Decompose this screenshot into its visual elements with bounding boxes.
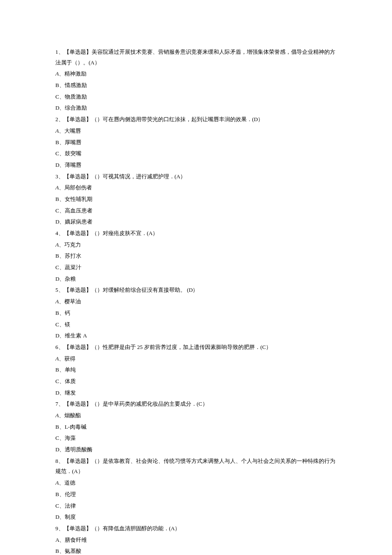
option-text: 苏打水 [65,253,81,259]
question-option: A、樱草油 [55,296,337,307]
question-option: C、高血压患者 [55,206,337,216]
question-option: A、大嘴唇 [55,126,337,137]
question-option: A、道德 [55,478,337,488]
option-label: D [55,218,59,225]
option-label: A [55,241,59,248]
question-stem: 1、【单选题】美容院通过开展技术竞赛、营销服务意识竞赛来缓和人际矛盾，增强集体荣… [55,47,337,68]
option-label: A [55,412,59,418]
option-text: 杂粮 [65,276,76,282]
option-text: 鼓突嘴 [65,150,81,157]
question-stem: 5、【单选题】（）对缓解经前综合征没有直接帮助。 (D） [55,285,337,296]
option-separator: 、 [59,105,65,111]
option-text: 制度 [65,514,76,520]
option-label: A [55,298,59,305]
option-label: B [55,366,59,373]
question-option: B、女性哺乳期 [55,194,337,205]
option-text: 女性哺乳期 [65,196,92,202]
option-label: B [55,548,59,554]
option-text: 钙 [65,310,70,316]
option-label: C [55,321,59,328]
question-stem: 8、【单选题】（）是依靠教育、社会舆论、传统习惯等方式来调整人与人、个人与社会之… [55,456,337,477]
option-separator: 、 [59,184,64,191]
option-label: A [55,70,59,77]
question-option: C、物质激励 [55,92,337,102]
question-option: C、法律 [55,501,337,511]
option-label: C [55,150,59,157]
option-text: 获得 [64,355,75,362]
question-option: B、苏打水 [55,251,337,262]
option-text: 嫡尿病患者 [65,218,92,225]
option-text: 镁 [65,321,70,328]
option-label: B [55,491,59,497]
option-label: C [55,435,59,441]
option-label: B [55,196,59,202]
option-separator: 、 [59,548,65,554]
question-option: A、局部创伤者 [55,183,337,193]
option-separator: 、 [59,503,65,509]
option-label: C [55,93,59,100]
option-label: C [55,264,59,270]
option-label: B [55,253,59,259]
document-body: 1、【单选题】美容院通过开展技术竞赛、营销服务意识竞赛来缓和人际矛盾，增强集体荣… [55,47,337,555]
question-option: C、蔬菜汁 [55,262,337,273]
option-text: L-肉毒碱 [65,424,86,430]
option-text: 精神激励 [64,70,86,77]
question-option: B、氨基酸 [55,546,337,555]
option-separator: 、 [59,514,65,520]
option-separator: 、 [59,139,65,145]
question-block: 3、【单选题】（）可视其情况，进行减肥护理．(A）A、局部创伤者B、女性哺乳期C… [55,171,337,227]
question-option: C、镁 [55,320,337,330]
question-option: C、鼓突嘴 [55,148,337,159]
option-separator: 、 [59,196,65,202]
option-separator: 、 [59,479,64,486]
option-text: 综合激励 [65,105,87,111]
option-text: 道德 [64,479,75,486]
option-label: B [55,424,59,430]
option-text: 氨基酸 [65,548,81,554]
option-separator: 、 [59,93,65,100]
option-separator: 、 [59,310,65,316]
question-option: D、维生素 A [55,331,337,341]
question-stem: 3、【单选题】（）可视其情况，进行减肥护理．(A） [55,171,337,182]
option-label: A [55,184,59,191]
option-separator: 、 [59,389,65,396]
option-label: A [55,128,59,134]
option-text: 高血压患者 [65,207,92,214]
option-separator: 、 [59,446,65,453]
question-block: 6、【单选题】（）性肥胖是由于 25 岁前营养过度，加上遗传因素膨响导致的肥胖．… [55,342,337,398]
question-stem: 2、【单选题】（）可在唇内侧选用带荧光的口红涂抹，起到让嘴唇丰润的效果．(D） [55,114,337,125]
question-option: B、厚嘴唇 [55,137,337,148]
question-option: C、体质 [55,376,337,387]
question-option: B、伦理 [55,489,337,500]
option-label: C [55,503,59,509]
question-option: A、精神激励 [55,69,337,79]
option-separator: 、 [59,537,65,543]
question-block: 2、【单选题】（）可在唇内侧选用带荧光的口红涂抹，起到让嘴唇丰润的效果．(D）A… [55,114,337,170]
question-block: 1、【单选题】美容院通过开展技术竞赛、营销服务意识竞赛来缓和人际矛盾，增强集体荣… [55,47,337,113]
option-label: D [55,389,59,396]
question-option: A、膳食纤维 [55,535,337,546]
question-option: D、嫡尿病患者 [55,217,337,227]
option-text: 情感激励 [65,82,87,88]
option-text: 薄嘴唇 [65,162,81,168]
option-separator: 、 [59,162,65,168]
question-block: 5、【单选题】（）对缓解经前综合征没有直接帮助。 (D）A、樱草油B、钙C、镁D… [55,285,337,341]
option-label: D [55,162,59,168]
option-label: D [55,514,59,520]
option-text: 樱草油 [64,298,81,305]
option-text: 厚嘴唇 [65,139,81,145]
question-option: B、单纯 [55,365,337,375]
option-separator: 、 [59,424,65,430]
option-separator: 、 [59,332,65,339]
option-label: D [55,446,59,453]
option-text: 膳食纤维 [65,537,87,543]
question-option: B、L-肉毒碱 [55,422,337,433]
option-separator: 、 [59,298,64,305]
option-label: A [55,537,59,543]
option-label: C [55,378,59,384]
question-option: D、薄嘴唇 [55,160,337,171]
option-label: D [55,105,59,111]
question-block: 7、【单选题】（）是中草药类的减肥化妆品的主要成分．(C）A、烟酸酯B、L-肉毒… [55,399,337,455]
option-text: 透明质酸酶 [65,446,92,453]
option-label: B [55,82,59,88]
